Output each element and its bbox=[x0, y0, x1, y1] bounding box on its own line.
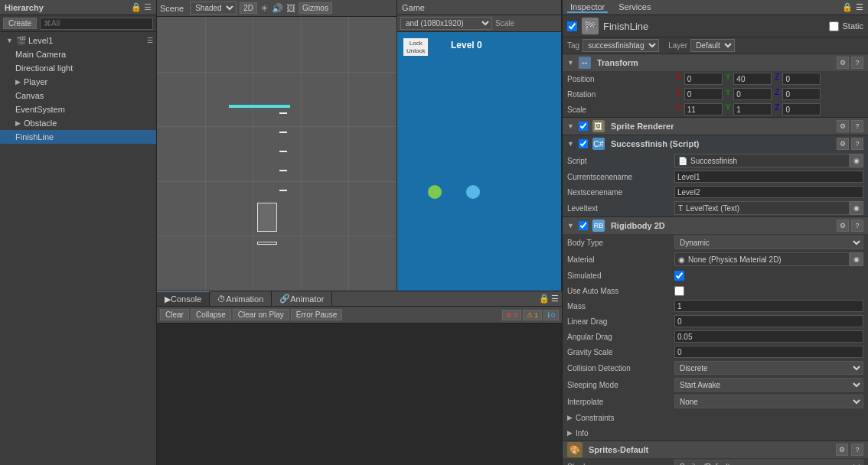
rigidbody2d-header[interactable]: ▼ RB Rigidbody 2D ⚙ ? bbox=[563, 217, 868, 234]
sprites-settings-icon[interactable]: ⚙ bbox=[836, 444, 848, 456]
game-canvas[interactable]: LockUnlock Level 0 bbox=[397, 32, 561, 291]
rot-y-input[interactable] bbox=[733, 88, 772, 100]
error-pause-button[interactable]: Error Pause bbox=[291, 309, 342, 320]
interpolate-label: Interpolate bbox=[567, 398, 674, 406]
static-checkbox[interactable] bbox=[829, 21, 839, 31]
object-icon: 🏁 bbox=[582, 18, 599, 34]
sprites-help-icon[interactable]: ? bbox=[851, 444, 863, 456]
shading-mode-select[interactable]: Shaded bbox=[190, 2, 237, 15]
script-ref-icon: 📄 bbox=[678, 157, 687, 165]
tree-item-finishline[interactable]: FinishLine bbox=[0, 130, 156, 144]
tree-item-level1[interactable]: ▼ 🎬 Level1 ☰ bbox=[0, 34, 156, 47]
menu-icon3: ☰ bbox=[856, 2, 863, 12]
clear-button[interactable]: Clear bbox=[160, 309, 189, 320]
scene-mark-4 bbox=[279, 170, 287, 171]
console-area: ▶ Console ⏱ Animation 🔗 Animator 🔒 ☰ bbox=[157, 291, 562, 465]
successfinish-header[interactable]: ▼ C# Successfinish (Script) ⚙ ? bbox=[563, 135, 868, 152]
hierarchy-title: Hierarchy bbox=[5, 3, 44, 12]
transform-header[interactable]: ▼ ↔ Transform ⚙ ? bbox=[563, 54, 868, 71]
pos-x-input[interactable] bbox=[684, 73, 723, 85]
shader-select[interactable]: Sprites/Default bbox=[674, 460, 863, 465]
tab-console[interactable]: ▶ Console bbox=[157, 291, 210, 306]
script-select-btn[interactable]: ◉ bbox=[850, 154, 863, 167]
collisiondetection-select[interactable]: Discrete bbox=[674, 361, 863, 375]
rigidbody2d-settings-icon[interactable]: ⚙ bbox=[837, 219, 849, 232]
2d-button[interactable]: 2D bbox=[240, 2, 257, 14]
spriterenderer-header[interactable]: ▼ 🖼 Sprite Renderer ⚙ ? bbox=[563, 118, 868, 135]
spriterenderer-enabled-checkbox[interactable] bbox=[579, 122, 588, 131]
tree-item-canvas[interactable]: Canvas bbox=[0, 89, 156, 102]
game-toolbar: and (1080x1920) Scale bbox=[397, 15, 561, 32]
rot-z-input[interactable] bbox=[782, 88, 821, 100]
tab-inspector[interactable]: Inspector bbox=[567, 2, 608, 13]
successfinish-help-icon[interactable]: ? bbox=[851, 138, 863, 150]
tree-item-directionallight[interactable]: Directional light bbox=[0, 61, 156, 75]
animator-tab-label: Animator bbox=[290, 294, 324, 304]
automass-checkbox[interactable] bbox=[674, 286, 684, 296]
constraints-field-row[interactable]: ▶ Constraints bbox=[563, 410, 868, 425]
angulardrag-input[interactable] bbox=[674, 330, 863, 343]
object-enabled-checkbox[interactable] bbox=[567, 21, 577, 31]
tag-select[interactable]: successfinishtag bbox=[582, 39, 659, 52]
info-field-row[interactable]: ▶ Info bbox=[563, 425, 868, 441]
pos-y-input[interactable] bbox=[733, 73, 772, 85]
spriterenderer-help-icon[interactable]: ? bbox=[851, 120, 863, 132]
mass-input[interactable] bbox=[674, 300, 863, 312]
transform-settings-icon[interactable]: ⚙ bbox=[837, 57, 849, 69]
pos-z-input[interactable] bbox=[782, 73, 821, 85]
tree-item-eventsystem[interactable]: EventSystem bbox=[0, 102, 156, 116]
scale-x-input[interactable] bbox=[684, 103, 723, 115]
game-resolution-select[interactable]: and (1080x1920) bbox=[400, 17, 492, 30]
scene-mark-3 bbox=[279, 151, 287, 152]
lock-unlock-button[interactable]: LockUnlock bbox=[403, 38, 428, 56]
nextscene-input[interactable] bbox=[674, 186, 863, 198]
tree-item-maincamera[interactable]: Main Camera bbox=[0, 47, 156, 61]
hierarchy-search[interactable] bbox=[40, 18, 153, 30]
gravityscale-input[interactable] bbox=[674, 346, 863, 358]
lineardrag-input[interactable] bbox=[674, 315, 863, 327]
leveltext-label: Leveltext bbox=[567, 204, 674, 213]
audio-icon: 🔊 bbox=[272, 3, 283, 14]
tree-item-player[interactable]: ▶ Player bbox=[0, 75, 156, 89]
currentscene-input[interactable] bbox=[674, 171, 863, 183]
tab-animator[interactable]: 🔗 Animator bbox=[272, 291, 332, 306]
leveltext-ref-value: LevelText (Text) bbox=[686, 204, 739, 213]
simulated-checkbox[interactable] bbox=[674, 271, 684, 281]
create-button[interactable]: Create bbox=[3, 18, 37, 29]
rigidbody2d-enabled-checkbox[interactable] bbox=[579, 221, 588, 230]
transform-help-icon[interactable]: ? bbox=[851, 57, 863, 69]
rigidbody2d-collapse-arrow: ▼ bbox=[567, 222, 574, 229]
layer-select[interactable]: Default bbox=[690, 39, 735, 52]
bodytype-select[interactable]: Dynamic bbox=[674, 236, 863, 249]
rigidbody2d-help-icon[interactable]: ? bbox=[851, 219, 863, 232]
transform-icons: ⚙ ? bbox=[837, 57, 863, 69]
mass-label: Mass bbox=[567, 302, 674, 311]
gravityscale-field-row: Gravity Scale bbox=[563, 344, 868, 359]
scale-z-label: Z bbox=[773, 103, 781, 115]
inspector-scroll: 🏁 FinishLine Static Tag successfinishtag… bbox=[563, 15, 868, 465]
leveltext-select-btn[interactable]: ◉ bbox=[850, 201, 863, 215]
material-select-btn[interactable]: ◉ bbox=[850, 252, 863, 266]
grid-vline-3 bbox=[301, 17, 302, 291]
sleepingmode-select[interactable]: Start Awake bbox=[674, 378, 863, 392]
clear-on-play-button[interactable]: Clear on Play bbox=[233, 309, 289, 320]
tab-services[interactable]: Services bbox=[615, 2, 654, 13]
gizmos-button[interactable]: Gizmos bbox=[299, 2, 332, 14]
animation-icon: ⏱ bbox=[217, 294, 226, 304]
successfinish-enabled-checkbox[interactable] bbox=[579, 139, 588, 148]
scene-canvas[interactable] bbox=[157, 17, 396, 291]
successfinish-settings-icon[interactable]: ⚙ bbox=[837, 138, 849, 150]
scale-z-input[interactable] bbox=[782, 103, 821, 115]
interpolate-select[interactable]: None bbox=[674, 395, 863, 408]
collapse-button[interactable]: Collapse bbox=[191, 309, 231, 320]
game-title: Game bbox=[402, 3, 425, 12]
rot-x-input[interactable] bbox=[684, 88, 723, 100]
sprites-default-header[interactable]: 🎨 Sprites-Default ⚙ ? bbox=[563, 441, 868, 458]
tab-animation[interactable]: ⏱ Animation bbox=[210, 291, 272, 306]
script-label: Script bbox=[567, 157, 674, 165]
scene-mark-5 bbox=[279, 190, 287, 191]
tree-item-obstacle[interactable]: ▶ Obstacle bbox=[0, 116, 156, 130]
scale-y-input[interactable] bbox=[733, 103, 772, 115]
object-name: FinishLine bbox=[603, 21, 824, 32]
spriterenderer-settings-icon[interactable]: ⚙ bbox=[837, 120, 849, 132]
